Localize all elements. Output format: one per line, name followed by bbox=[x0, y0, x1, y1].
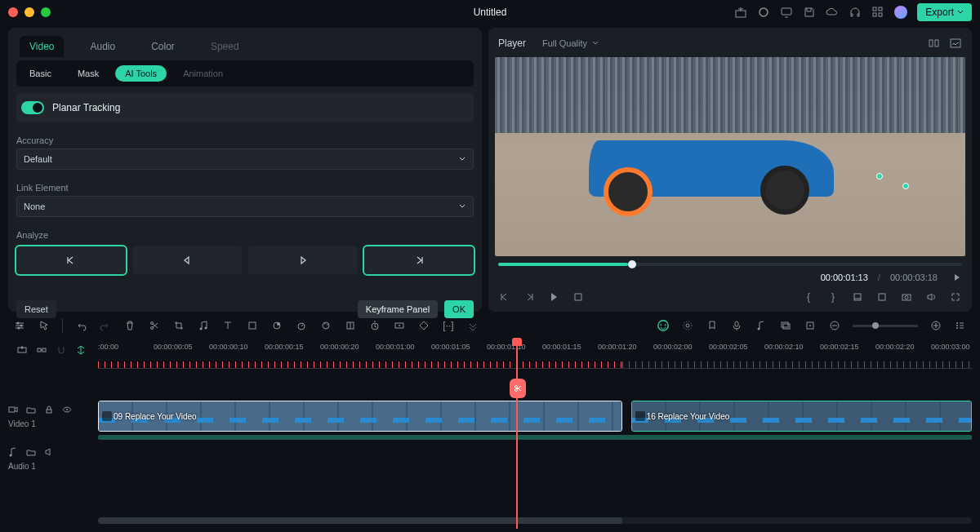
subtab-animation[interactable]: Animation bbox=[173, 65, 233, 82]
ok-button[interactable]: OK bbox=[444, 300, 474, 318]
magnet-icon[interactable] bbox=[56, 344, 69, 357]
mic-icon[interactable] bbox=[730, 319, 743, 332]
link-icon[interactable] bbox=[36, 344, 49, 357]
zoom-slider[interactable] bbox=[853, 325, 918, 327]
split-icon[interactable] bbox=[148, 319, 161, 332]
keyframe-panel-button[interactable]: Keyframe Panel bbox=[358, 300, 438, 318]
grid-view-icon[interactable] bbox=[928, 37, 941, 50]
analyze-forward-button[interactable] bbox=[248, 246, 358, 274]
scrollbar-thumb[interactable] bbox=[98, 517, 622, 524]
lock-icon[interactable] bbox=[44, 405, 56, 416]
playhead[interactable] bbox=[516, 339, 518, 529]
folder-icon[interactable] bbox=[26, 447, 38, 459]
timer-icon[interactable] bbox=[368, 319, 381, 332]
progress-bar[interactable] bbox=[498, 263, 962, 266]
audio-strip[interactable] bbox=[98, 435, 972, 440]
ai-icon[interactable] bbox=[657, 319, 670, 332]
quality-dropdown[interactable]: Full Quality bbox=[536, 36, 605, 51]
planar-tracking-toggle[interactable] bbox=[21, 101, 44, 114]
video-track-icon[interactable] bbox=[8, 405, 20, 416]
color-icon[interactable] bbox=[319, 319, 332, 332]
brace-open-icon[interactable]: { bbox=[802, 290, 815, 304]
undo-icon[interactable] bbox=[74, 319, 87, 332]
next-frame-icon[interactable] bbox=[523, 290, 536, 304]
close-window-icon[interactable] bbox=[8, 7, 18, 17]
svg-rect-9 bbox=[951, 39, 960, 47]
zoom-in-icon[interactable] bbox=[929, 319, 942, 332]
timeline-scrollbar[interactable] bbox=[98, 517, 972, 524]
video-clip-2[interactable]: 16 Replace Your Video bbox=[631, 401, 972, 432]
link-element-select[interactable]: None bbox=[16, 196, 474, 217]
accuracy-select[interactable]: Default bbox=[16, 149, 474, 170]
snap-icon[interactable] bbox=[75, 344, 88, 357]
marker-icon[interactable] bbox=[851, 290, 864, 304]
frame-icon[interactable] bbox=[804, 319, 817, 332]
zoom-out-icon[interactable] bbox=[828, 319, 841, 332]
export-button[interactable]: Export bbox=[917, 3, 972, 21]
fullscreen-icon[interactable] bbox=[949, 290, 962, 304]
tab-audio[interactable]: Audio bbox=[80, 36, 125, 57]
marker2-icon[interactable] bbox=[706, 319, 719, 332]
prev-frame-icon[interactable] bbox=[498, 290, 511, 304]
crop-icon[interactable] bbox=[875, 290, 889, 304]
subtab-ai-tools[interactable]: AI Tools bbox=[115, 65, 167, 82]
tab-video[interactable]: Video bbox=[20, 36, 64, 57]
shape-icon[interactable] bbox=[246, 319, 259, 332]
speed-icon[interactable] bbox=[295, 319, 308, 332]
mute-icon[interactable] bbox=[44, 447, 56, 459]
crop-tool-icon[interactable] bbox=[172, 319, 185, 332]
cloud-icon[interactable] bbox=[826, 6, 839, 19]
play-forward-icon[interactable] bbox=[952, 273, 962, 282]
eye-icon[interactable] bbox=[62, 405, 74, 416]
tab-speed[interactable]: Speed bbox=[201, 36, 249, 57]
stop-icon[interactable] bbox=[572, 290, 585, 304]
subtab-mask[interactable]: Mask bbox=[68, 65, 109, 82]
maximize-window-icon[interactable] bbox=[41, 7, 51, 17]
list-icon[interactable] bbox=[954, 319, 967, 332]
analyze-reverse-button[interactable] bbox=[132, 246, 242, 274]
minimize-window-icon[interactable] bbox=[24, 7, 34, 17]
delete-icon[interactable] bbox=[123, 319, 136, 332]
redo-icon[interactable] bbox=[99, 319, 112, 332]
text-icon[interactable] bbox=[221, 319, 234, 332]
volume-icon[interactable] bbox=[924, 290, 938, 304]
analyze-reverse-step-button[interactable] bbox=[16, 246, 126, 274]
adjust-icon[interactable] bbox=[344, 319, 357, 332]
subtab-basic[interactable]: Basic bbox=[20, 65, 61, 82]
progress-thumb[interactable] bbox=[628, 260, 636, 268]
more-icon[interactable] bbox=[466, 319, 479, 332]
add-track-icon[interactable] bbox=[16, 344, 29, 357]
apps-icon[interactable] bbox=[871, 6, 884, 19]
music2-icon[interactable] bbox=[755, 319, 768, 332]
reset-button[interactable]: Reset bbox=[16, 300, 56, 318]
folder-icon[interactable] bbox=[26, 405, 38, 416]
ruler[interactable]: :00:0000:00:00:0500:00:00:1000:00:00:150… bbox=[8, 339, 972, 369]
titlebar: Untitled Export bbox=[0, 0, 980, 24]
play-icon[interactable] bbox=[547, 290, 560, 304]
tab-color[interactable]: Color bbox=[141, 36, 185, 57]
cut-handle[interactable] bbox=[510, 379, 526, 398]
snapshot-icon[interactable] bbox=[900, 290, 913, 304]
tracking-handle[interactable] bbox=[876, 173, 909, 189]
headphone-icon[interactable] bbox=[849, 6, 862, 19]
audio-track-icon[interactable] bbox=[8, 447, 20, 459]
image-view-icon[interactable] bbox=[949, 37, 962, 50]
user-avatar[interactable] bbox=[894, 6, 907, 19]
layers-icon[interactable] bbox=[779, 319, 792, 332]
brace-close-icon[interactable]: } bbox=[826, 290, 840, 304]
pointer-icon[interactable] bbox=[38, 319, 51, 332]
gift-icon[interactable] bbox=[734, 6, 747, 19]
analyze-forward-step-button[interactable] bbox=[364, 246, 474, 274]
gear-icon[interactable] bbox=[681, 319, 694, 332]
mask-icon[interactable] bbox=[270, 319, 283, 332]
track-icon[interactable] bbox=[393, 319, 406, 332]
save-icon[interactable] bbox=[803, 6, 816, 19]
music-icon[interactable] bbox=[197, 319, 210, 332]
settings-icon[interactable] bbox=[13, 319, 26, 332]
keyframe-icon[interactable] bbox=[417, 319, 430, 332]
video-clip-1[interactable]: 09 Replace Your Video bbox=[98, 401, 622, 432]
monitor-icon[interactable] bbox=[780, 6, 793, 19]
video-preview[interactable] bbox=[495, 57, 965, 256]
brackets-icon[interactable]: [··] bbox=[442, 319, 455, 332]
record-icon[interactable] bbox=[757, 6, 770, 19]
